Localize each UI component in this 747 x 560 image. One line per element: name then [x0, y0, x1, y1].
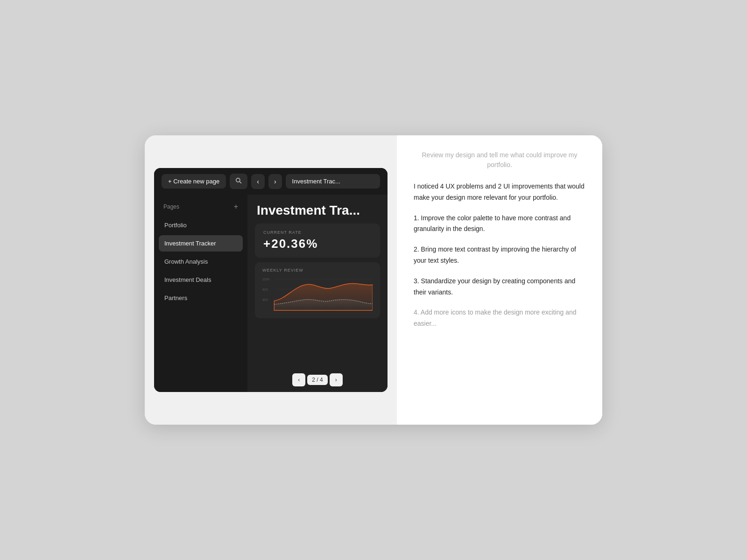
- current-rate-value: +20.36%: [263, 237, 372, 251]
- weekly-review-label: WEEKLY REVIEW: [262, 268, 373, 273]
- pagination: ‹ 2 / 4 ›: [247, 373, 388, 386]
- nav-forward-button[interactable]: ›: [268, 174, 282, 189]
- svg-text:100%: 100%: [262, 278, 269, 281]
- sidebar-item-investment-tracker[interactable]: Investment Tracker: [159, 235, 243, 252]
- current-rate-label: CURRENT RATE: [263, 230, 372, 235]
- app-window: + Create new page ‹ › Investment Trac...…: [154, 168, 388, 392]
- prev-page-button[interactable]: ‹: [292, 373, 305, 386]
- pages-header: Pages +: [159, 201, 243, 215]
- ai-suggestion-3: 3. Standardize your design by creating c…: [414, 276, 585, 298]
- content-title: Investment Tra...: [247, 195, 388, 224]
- ai-suggestion-4: 4. Add more icons to make the design mor…: [414, 307, 585, 329]
- app-body: Pages + Portfolio Investment Tracker Gro…: [154, 195, 388, 392]
- ai-response: I noticed 4 UX problems and 2 UI improve…: [414, 181, 585, 339]
- breadcrumb-label: Investment Trac...: [286, 174, 380, 189]
- svg-line-1: [240, 182, 242, 183]
- app-content: Investment Tra... CURRENT RATE +20.36% W…: [247, 195, 388, 392]
- page-indicator: 2 / 4: [307, 375, 327, 385]
- left-panel: + Create new page ‹ › Investment Trac...…: [145, 135, 397, 425]
- svg-text:80%: 80%: [262, 298, 268, 302]
- ai-intro: I noticed 4 UX problems and 2 UI improve…: [414, 181, 585, 203]
- chart-svg: 100% 90% 80%: [262, 275, 373, 313]
- next-page-button[interactable]: ›: [330, 373, 343, 386]
- widget-current-rate: CURRENT RATE +20.36%: [255, 224, 380, 258]
- ai-suggestion-2: 2. Bring more text contrast by improving…: [414, 244, 585, 266]
- pages-add-button[interactable]: +: [234, 203, 238, 210]
- svg-text:90%: 90%: [262, 288, 268, 292]
- create-new-button[interactable]: + Create new page: [162, 174, 226, 189]
- widget-weekly-review: WEEKLY REVIEW 100% 90% 80%: [255, 262, 380, 318]
- sidebar-item-partners[interactable]: Partners: [159, 290, 243, 306]
- main-card: + Create new page ‹ › Investment Trac...…: [145, 135, 602, 425]
- pages-label: Pages: [163, 203, 179, 210]
- app-toolbar: + Create new page ‹ › Investment Trac...: [154, 168, 388, 195]
- sidebar-item-growth-analysis[interactable]: Growth Analysis: [159, 253, 243, 270]
- user-query: Review my design and tell me what could …: [414, 150, 585, 170]
- ai-suggestion-1: 1. Improve the color palette to have mor…: [414, 213, 585, 235]
- svg-point-0: [236, 178, 240, 182]
- sidebar: Pages + Portfolio Investment Tracker Gro…: [154, 195, 247, 392]
- nav-back-button[interactable]: ‹: [251, 174, 265, 189]
- right-panel: Review my design and tell me what could …: [397, 135, 602, 425]
- search-button[interactable]: [230, 174, 247, 189]
- sidebar-item-portfolio[interactable]: Portfolio: [159, 217, 243, 233]
- sidebar-item-investment-deals[interactable]: Investment Deals: [159, 272, 243, 288]
